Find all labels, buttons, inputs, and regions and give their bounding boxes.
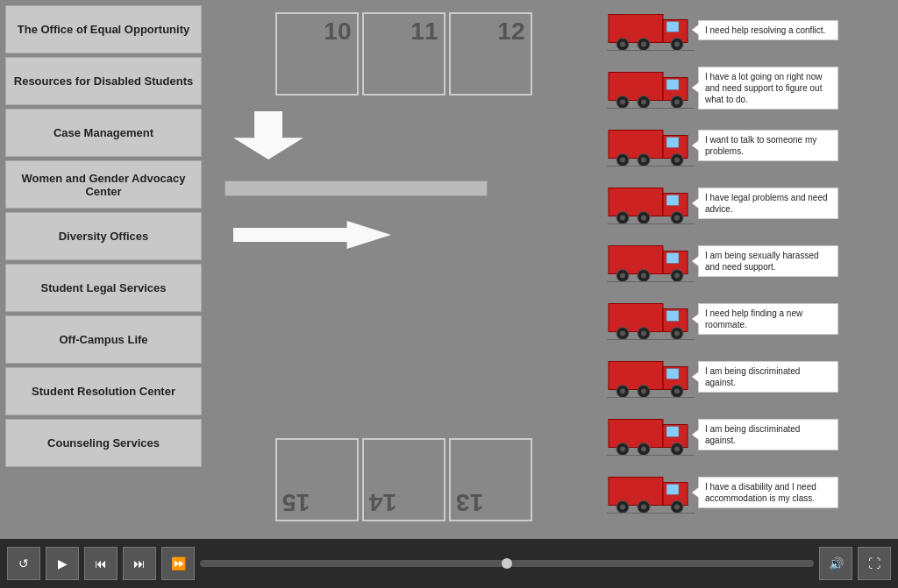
truck-row-2: I have a lot going on right now and need…: [607, 61, 891, 114]
back-icon: ↺: [18, 556, 29, 570]
svg-point-66: [641, 389, 646, 394]
truck-row-3: I want to talk to someone my problems.: [607, 119, 891, 172]
grid-cell-10: 10: [275, 12, 359, 96]
truck-2: [607, 61, 695, 114]
svg-point-16: [641, 100, 646, 105]
truck-row-4: I have legal problems and need advice.: [607, 177, 891, 230]
playback-play-button[interactable]: ▶: [46, 547, 79, 580]
sidebar-item-diversity-offices[interactable]: Diversity Offices: [5, 212, 202, 260]
truck-row-8: I am being discriminated against.: [607, 408, 891, 461]
speech-bubble-9: I have a disability and I need accommoda…: [698, 477, 838, 508]
playback-back-button[interactable]: ↺: [7, 547, 40, 580]
svg-point-28: [674, 158, 680, 163]
svg-rect-60: [609, 362, 663, 390]
truck-row-1: I need help resolving a conflict.: [607, 4, 891, 56]
svg-rect-0: [609, 15, 663, 43]
speech-bubble-6: I need help finding a new roommate.: [698, 303, 838, 335]
bottom-number-grid: 15 14 13: [275, 438, 532, 521]
playback-ff-button[interactable]: ⏩: [161, 547, 195, 580]
svg-rect-70: [609, 420, 663, 448]
truck-5: [607, 235, 695, 287]
svg-point-76: [641, 447, 646, 452]
svg-rect-22: [666, 138, 679, 148]
svg-point-6: [641, 42, 646, 47]
truck-row-9: I have a disability and I need accommoda…: [607, 466, 891, 519]
svg-rect-40: [609, 246, 663, 274]
svg-rect-12: [666, 80, 679, 90]
truck-6: [607, 293, 695, 345]
center-progress-bar[interactable]: [224, 181, 488, 196]
playback-bar: ↺ ▶ ⏮ ⏭ ⏩ 🔊 ⛶: [0, 539, 898, 588]
ff-icon: ⏩: [171, 556, 186, 570]
svg-point-58: [674, 331, 680, 337]
truck-9-svg: [607, 466, 695, 519]
sidebar-item-disabled-students[interactable]: Resources for Disabled Students: [5, 57, 202, 105]
svg-point-78: [674, 447, 680, 452]
prev-icon: ⏮: [95, 556, 107, 570]
playback-next-button[interactable]: ⏭: [123, 547, 156, 580]
truck-3: [607, 119, 695, 172]
sidebar-item-off-campus[interactable]: Off-Campus Life: [5, 315, 202, 364]
play-icon: ▶: [58, 556, 68, 570]
truck-3-svg: [607, 119, 695, 172]
svg-rect-42: [666, 253, 679, 264]
svg-point-14: [620, 100, 625, 105]
expand-icon: ⛶: [868, 556, 880, 570]
trucks-area: I need help resolving a conflict.: [600, 0, 898, 539]
sidebar-item-women-gender[interactable]: Women and Gender Advocacy Center: [5, 160, 202, 209]
sidebar-item-student-legal[interactable]: Student Legal Services: [5, 264, 202, 312]
sidebar-item-equal-opportunity[interactable]: The Office of Equal Opportunity: [5, 5, 202, 53]
svg-point-18: [674, 100, 680, 105]
svg-point-46: [641, 273, 646, 279]
arrow-right-icon: [233, 221, 391, 249]
progress-bar-row: [224, 177, 582, 200]
svg-point-26: [641, 158, 646, 163]
sidebar-item-case-management[interactable]: Case Management: [5, 109, 202, 157]
truck-9: [607, 466, 695, 519]
truck-1: [607, 4, 695, 56]
svg-point-64: [620, 389, 625, 394]
playback-progress-track[interactable]: [200, 560, 814, 567]
svg-point-56: [641, 331, 646, 337]
truck-row-6: I need help finding a new roommate.: [607, 293, 891, 345]
truck-7: [607, 351, 695, 403]
grid-cell-14: 14: [362, 438, 445, 521]
playback-prev-button[interactable]: ⏮: [84, 547, 118, 580]
speech-bubble-8: I am being discriminated against.: [698, 419, 838, 450]
truck-8-svg: [607, 408, 695, 461]
truck-6-svg: [607, 293, 695, 345]
truck-7-svg: [607, 351, 695, 403]
playback-progress-thumb[interactable]: [502, 558, 512, 569]
playback-volume-button[interactable]: 🔊: [819, 547, 852, 580]
svg-point-88: [674, 505, 680, 510]
svg-point-44: [620, 273, 625, 279]
svg-rect-72: [666, 427, 679, 437]
svg-rect-52: [666, 311, 679, 322]
next-icon: ⏭: [133, 556, 146, 570]
sidebar-item-counseling[interactable]: Counseling Services: [5, 419, 202, 467]
svg-rect-2: [666, 22, 679, 32]
truck-row-7: I am being discriminated against.: [607, 351, 891, 403]
svg-point-86: [641, 505, 646, 510]
truck-2-svg: [607, 61, 695, 114]
speech-bubble-2: I have a lot going on right now and need…: [698, 67, 838, 110]
svg-point-54: [620, 331, 625, 337]
playback-expand-button[interactable]: ⛶: [858, 547, 891, 580]
arrow-down-icon: [233, 111, 303, 159]
truck-8: [607, 408, 695, 461]
bottom-grid-wrapper: 15 14 13: [275, 263, 532, 530]
svg-rect-50: [609, 304, 663, 332]
speech-bubble-4: I have legal problems and need advice.: [698, 188, 838, 219]
speech-bubble-1: I need help resolving a conflict.: [698, 20, 838, 40]
truck-4: [607, 177, 695, 230]
speech-bubble-5: I am being sexually harassed and need su…: [698, 245, 838, 277]
svg-rect-32: [666, 195, 679, 206]
svg-point-4: [620, 42, 625, 47]
sidebar-item-student-resolution[interactable]: Student Resolution Center: [5, 367, 202, 415]
svg-rect-10: [609, 73, 663, 101]
truck-5-svg: [607, 235, 695, 287]
svg-rect-20: [609, 131, 663, 159]
truck-row-5: I am being sexually harassed and need su…: [607, 235, 891, 287]
svg-rect-82: [666, 485, 679, 495]
grid-cell-11: 11: [362, 12, 445, 96]
